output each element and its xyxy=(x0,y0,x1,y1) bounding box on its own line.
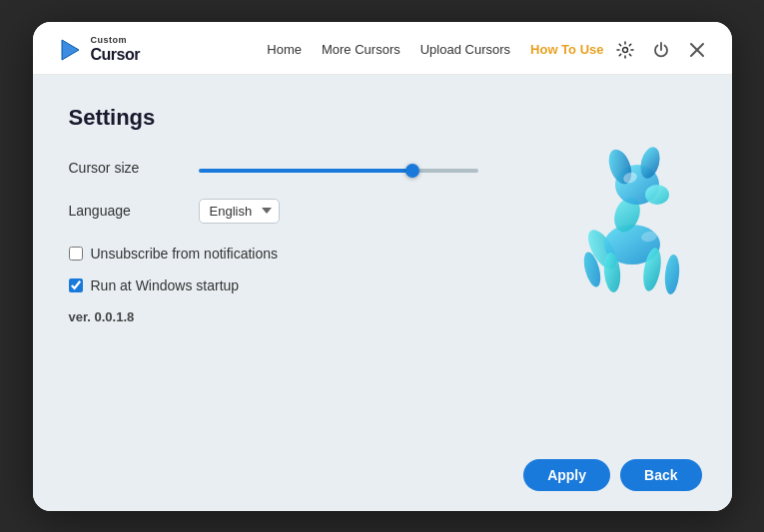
close-icon[interactable] xyxy=(686,39,708,61)
slider-container xyxy=(199,159,518,177)
svg-point-13 xyxy=(663,254,680,294)
logo-text: Custom Cursor xyxy=(91,36,140,63)
startup-checkbox[interactable] xyxy=(69,278,83,292)
cursor-decoration xyxy=(542,105,702,294)
svg-point-2 xyxy=(622,47,627,52)
nav-how-to-use[interactable]: How To Use xyxy=(530,42,603,57)
cursor-size-label: Cursor size xyxy=(69,160,199,176)
version-text: ver. 0.0.1.8 xyxy=(69,309,696,324)
nav-home[interactable]: Home xyxy=(267,42,302,57)
cursor-size-slider[interactable] xyxy=(199,169,478,173)
nav: Home More Cursors Upload Cursors How To … xyxy=(267,42,603,57)
power-icon[interactable] xyxy=(650,39,672,61)
svg-point-9 xyxy=(645,185,669,205)
unsubscribe-checkbox[interactable] xyxy=(69,247,83,261)
logo-custom-text: Custom xyxy=(91,36,140,46)
header: Custom Cursor Home More Cursors Upload C… xyxy=(33,22,732,75)
nav-upload-cursors[interactable]: Upload Cursors xyxy=(420,42,510,57)
window-frame: Custom Cursor Home More Cursors Upload C… xyxy=(33,22,732,511)
footer-buttons: Apply Back xyxy=(523,459,701,491)
apply-button[interactable]: Apply xyxy=(523,459,610,491)
language-select[interactable]: English Spanish French German Russian xyxy=(199,199,280,224)
svg-marker-0 xyxy=(62,40,79,60)
back-button[interactable]: Back xyxy=(620,459,701,491)
language-label: Language xyxy=(69,203,199,219)
logo-icon xyxy=(57,36,85,64)
logo: Custom Cursor xyxy=(57,36,140,64)
startup-label: Run at Windows startup xyxy=(91,277,240,293)
logo-cursor-text: Cursor xyxy=(91,46,140,64)
balloon-dog-svg xyxy=(542,105,702,294)
main-content: Settings Cursor size Language English Sp… xyxy=(33,75,732,511)
nav-icons xyxy=(614,39,708,61)
nav-more-cursors[interactable]: More Cursors xyxy=(322,42,400,57)
settings-icon[interactable] xyxy=(614,39,636,61)
unsubscribe-label: Unsubscribe from notifications xyxy=(91,246,279,262)
